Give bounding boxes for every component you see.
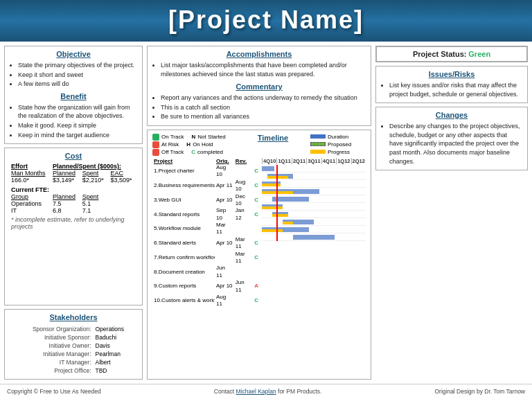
- fte-row1-spent: 5.1: [81, 200, 109, 207]
- table-row: 10.Custom alerts & workflow Aug 11 C: [152, 294, 260, 308]
- project-name: 9.Custom reports: [152, 279, 215, 294]
- left-column: Objective State the primary objectives o…: [4, 46, 143, 380]
- fte-row1-planned: 7.5: [51, 200, 81, 207]
- sh-val-4: Albert: [94, 359, 136, 366]
- timeline-title: Timeline: [258, 134, 288, 142]
- progress-bar: [272, 214, 288, 217]
- issues-risks-panel: Issues/Risks List key issues and/or risk…: [375, 66, 528, 103]
- col-rev: Rev.: [234, 158, 253, 164]
- project-orig: Jun 11: [215, 265, 234, 279]
- table-row: 1.Project charter Aug 10 C: [152, 164, 260, 179]
- project-name: 7.Return confirm workflow: [152, 251, 215, 265]
- project-icon: A: [253, 279, 260, 294]
- duration-bar-icon: [310, 134, 326, 139]
- credit-text: Original Design by Dr. Tom Tarnow: [434, 388, 525, 395]
- table-row: 7.Return confirm workflow Mar 11 C: [152, 251, 260, 265]
- sh-val-0: Operations: [94, 326, 136, 332]
- issues-title: Issues/Risks: [381, 70, 522, 78]
- timeline-panel: On Track N Not Started At Risk H On Hold…: [147, 130, 371, 380]
- page-title: [Project Name]: [0, 6, 532, 35]
- project-rev: Dec 10: [234, 193, 253, 208]
- contact-link[interactable]: Michael Kaplan: [236, 388, 276, 395]
- col-project: Project: [152, 158, 215, 164]
- sh-label-2: Initiative Owner:: [11, 342, 93, 349]
- sh-val-3: Pearlman: [94, 351, 136, 357]
- quarter-label: 3Q11: [306, 158, 321, 164]
- project-name: 3.Web GUI: [152, 193, 215, 208]
- on-track-icon: [152, 134, 159, 141]
- current-date-line: [276, 165, 278, 241]
- project-name: 8.Document creation: [152, 265, 215, 279]
- list-item: This is a catch all section: [161, 103, 366, 112]
- list-item: Report any variances and the actions und…: [161, 94, 366, 103]
- stakeholders-table: Sponsor Organization: Operations Initiat…: [10, 324, 137, 375]
- right-column: Project Status: Green Issues/Risks List …: [375, 46, 528, 380]
- contact-prefix: Contact: [214, 388, 234, 395]
- not-started-letter: N: [191, 134, 195, 140]
- project-icon: C: [253, 236, 260, 251]
- fte-group: Group: [10, 193, 51, 200]
- project-name: 4.Standard reports: [152, 207, 215, 222]
- issues-list: List key issues and/or risks that may af…: [381, 81, 522, 98]
- cost-title: Cost: [10, 152, 137, 160]
- cost-table: Effort Planned/Spent ($000s): Man Months…: [10, 163, 137, 230]
- changes-title: Changes: [381, 111, 522, 119]
- project-icon: C: [253, 164, 260, 179]
- quarter-label: 4Q11: [321, 158, 336, 164]
- list-item: State how the organization will gain fro…: [18, 103, 137, 121]
- project-rev: Jun 11: [234, 279, 253, 294]
- copyright-text: Copyright © Free to Use As Needed: [7, 388, 101, 395]
- project-orig: Apr 10: [215, 279, 234, 294]
- col-orig: Orig.: [215, 158, 234, 164]
- timeline-title-area: Timeline: [236, 134, 310, 145]
- benefit-title: Benefit: [10, 92, 137, 100]
- status-value: Green: [468, 50, 490, 58]
- sh-label-0: Sponsor Organization:: [11, 326, 93, 332]
- duration-bar: [262, 166, 274, 171]
- fte-row2-spent: 7.1: [81, 207, 109, 214]
- table-row: 8.Document creation Jun 11: [152, 265, 260, 279]
- project-rev: Mar 11: [234, 251, 253, 265]
- stakeholders-panel: Stakeholders Sponsor Organization: Opera…: [4, 309, 143, 380]
- project-table: Project Orig. Rev. 1.Project charter Aug…: [152, 158, 260, 308]
- middle-column: Accomplishments List major tasks/accompl…: [147, 46, 371, 380]
- list-item: A few items will do: [18, 80, 137, 89]
- list-item: List key issues and/or risks that may af…: [389, 81, 522, 98]
- quarter-label: 1Q12: [336, 158, 351, 164]
- gantt-rows-container: [262, 165, 366, 241]
- planned-spent-label: Planned/Spent ($000s):: [51, 163, 137, 170]
- project-gantt-area: Project Orig. Rev. 1.Project charter Aug…: [152, 158, 366, 308]
- on-hold-letter: H: [186, 141, 190, 148]
- status-label: Project Status:: [413, 50, 467, 58]
- table-row: 2.Business requirements Apr 11 Aug 10 C: [152, 179, 260, 193]
- project-rev: [234, 164, 253, 179]
- project-name: 10.Custom alerts & workflow: [152, 294, 215, 308]
- not-started-label: Not Started: [197, 134, 225, 140]
- project-rev: [234, 222, 253, 236]
- objective-title: Objective: [10, 50, 137, 58]
- sh-label-4: IT Manager:: [11, 359, 93, 366]
- fte-spent: Spent: [81, 193, 109, 200]
- project-icon: [253, 222, 260, 236]
- progress-label: Progress: [328, 149, 350, 155]
- off-track-icon: [152, 149, 159, 156]
- col-man-months: Man Months: [10, 170, 51, 177]
- project-rev: Mar 11: [234, 236, 253, 251]
- progress-bar: [283, 222, 293, 224]
- project-name: 2.Business requirements: [152, 179, 215, 193]
- list-item: Keep it short and sweet: [18, 71, 137, 80]
- project-rev: [234, 294, 253, 308]
- table-row: 4.Standard reports Sep 10 Jan 12 C: [152, 207, 260, 222]
- project-orig: Apr 11: [215, 179, 234, 193]
- project-orig: Sep 10: [215, 207, 234, 222]
- header: [Project Name]: [0, 0, 532, 42]
- list-item: Keep in mind the target audience: [18, 131, 137, 140]
- sh-label-3: Initiative Manager:: [11, 351, 93, 357]
- cost-panel: Cost Effort Planned/Spent ($000s): Man M…: [4, 148, 143, 305]
- project-icon: C: [253, 207, 260, 222]
- project-list: Project Orig. Rev. 1.Project charter Aug…: [152, 158, 260, 308]
- sh-val-5: TBD: [94, 367, 136, 374]
- project-orig: Mar 11: [215, 222, 234, 236]
- accomplishments-title: Accomplishments: [152, 50, 366, 58]
- gantt-quarters: 4Q101Q112Q113Q114Q111Q122Q12: [262, 158, 366, 164]
